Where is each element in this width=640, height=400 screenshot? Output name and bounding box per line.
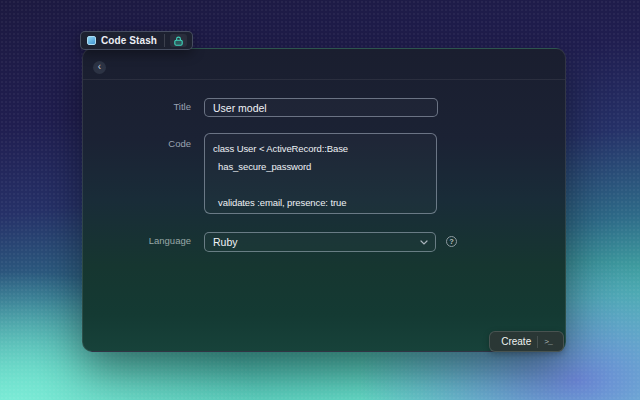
title-input[interactable]: [204, 98, 438, 117]
code-textarea[interactable]: class User < ActiveRecord::Base has_secu…: [204, 133, 437, 214]
lock-icon[interactable]: [170, 34, 187, 47]
language-selected-value: Ruby: [213, 236, 420, 248]
create-button-label: Create: [501, 336, 531, 347]
app-tab-title: Code Stash: [101, 35, 157, 46]
tab-divider: [164, 34, 165, 47]
language-label: Language: [123, 235, 191, 247]
chevron-down-icon: [420, 240, 428, 245]
help-icon[interactable]: ?: [446, 236, 457, 247]
create-button[interactable]: Create >_: [489, 331, 564, 352]
create-button-divider: [537, 336, 538, 348]
back-button[interactable]: ‹: [93, 61, 106, 74]
code-content: class User < ActiveRecord::Base has_secu…: [213, 143, 424, 214]
title-label: Title: [123, 101, 191, 113]
code-label: Code: [123, 138, 191, 150]
language-select[interactable]: Ruby: [204, 232, 436, 252]
app-tab[interactable]: Code Stash: [80, 31, 193, 50]
app-window: ‹ Title Code class User < ActiveRecord::…: [82, 48, 566, 352]
header-divider: [83, 79, 565, 80]
chevron-left-icon: ‹: [98, 62, 101, 72]
code-stash-logo-icon: [87, 36, 96, 45]
terminal-prompt-icon: >_: [544, 337, 552, 346]
